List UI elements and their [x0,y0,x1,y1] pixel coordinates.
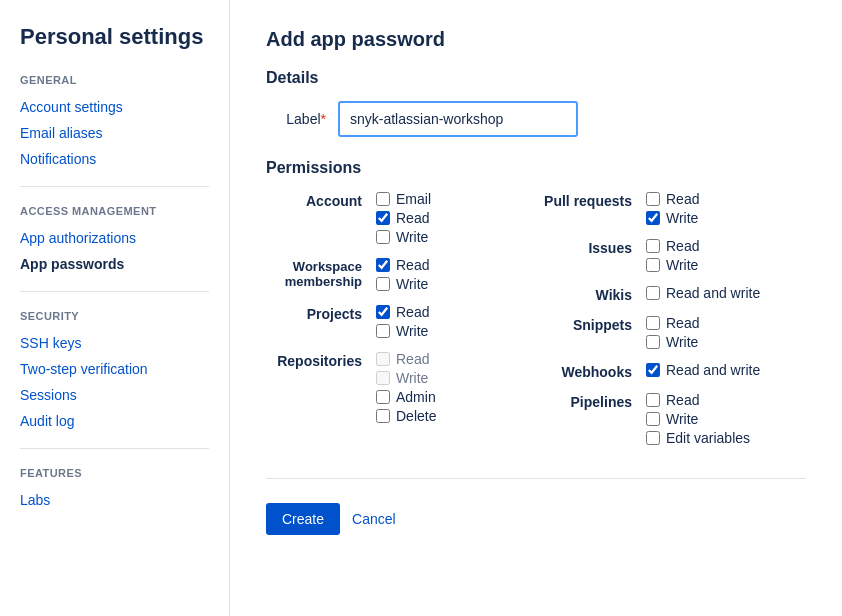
perm-item[interactable]: Read and write [646,362,760,378]
perm-item[interactable]: Delete [376,408,436,424]
checkbox-repos-admin[interactable] [376,390,390,404]
checkbox-pipelines-read[interactable] [646,393,660,407]
checkbox-pr-read[interactable] [646,192,660,206]
checkbox-projects-write[interactable] [376,324,390,338]
sidebar-item-sessions[interactable]: Sessions [20,382,209,408]
access-section-label: ACCESS MANAGEMENT [20,205,209,217]
sidebar-item-two-step[interactable]: Two-step verification [20,356,209,382]
sidebar-item-app-passwords[interactable]: App passwords [20,251,209,277]
perm-item[interactable]: Read [376,304,429,320]
required-indicator: * [321,111,326,127]
perm-workspace-items: Read Write [376,257,429,292]
perm-account-label: Account [266,191,376,209]
perm-item[interactable]: Write [646,210,699,226]
perm-wikis-items: Read and write [646,285,760,301]
perm-item[interactable]: Write [646,257,699,273]
perm-projects-block: Projects Read Write [266,304,536,339]
cancel-button[interactable]: Cancel [352,503,396,535]
perm-webhooks-block: Webhooks Read and write [536,362,806,380]
checkbox-repos-write[interactable] [376,371,390,385]
perm-item[interactable]: Write [646,411,750,427]
perm-item[interactable]: Read [646,392,750,408]
perm-workspace-block: Workspacemembership Read Write [266,257,536,292]
perm-account-block: Account Email Read Write [266,191,536,245]
perm-snippets-items: Read Write [646,315,699,350]
actions-row: Create Cancel [266,503,806,535]
perm-item[interactable]: Read and write [646,285,760,301]
perm-item[interactable]: Write [376,276,429,292]
perm-item[interactable]: Write [646,334,699,350]
perm-repositories-block: Repositories Read Write Admin Delete [266,351,536,424]
perm-item[interactable]: Write [376,370,436,386]
perm-item[interactable]: Email [376,191,431,207]
perm-workspace-label: Workspacemembership [266,257,376,289]
checkbox-workspace-write[interactable] [376,277,390,291]
perm-wikis-label: Wikis [536,285,646,303]
perm-pipelines-items: Read Write Edit variables [646,392,750,446]
sidebar-item-email-aliases[interactable]: Email aliases [20,120,209,146]
perm-repositories-items: Read Write Admin Delete [376,351,436,424]
perm-projects-label: Projects [266,304,376,322]
perm-repositories-label: Repositories [266,351,376,369]
perm-webhooks-items: Read and write [646,362,760,378]
perm-projects-items: Read Write [376,304,429,339]
sidebar: Personal settings GENERAL Account settin… [0,0,230,616]
checkbox-repos-delete[interactable] [376,409,390,423]
perm-item[interactable]: Edit variables [646,430,750,446]
checkbox-workspace-read[interactable] [376,258,390,272]
label-field-row: Label* [266,101,806,137]
perm-right-col: Pull requests Read Write Issues [536,191,806,458]
sidebar-divider-1 [20,186,209,187]
checkbox-pipelines-write[interactable] [646,412,660,426]
perm-item[interactable]: Read [376,351,436,367]
checkbox-issues-write[interactable] [646,258,660,272]
checkbox-account-read[interactable] [376,211,390,225]
perm-item[interactable]: Read [376,210,431,226]
checkbox-issues-read[interactable] [646,239,660,253]
checkbox-pr-write[interactable] [646,211,660,225]
perm-snippets-block: Snippets Read Write [536,315,806,350]
permissions-title: Permissions [266,159,806,177]
perm-account-items: Email Read Write [376,191,431,245]
checkbox-snippets-write[interactable] [646,335,660,349]
checkbox-snippets-read[interactable] [646,316,660,330]
sidebar-item-account-settings[interactable]: Account settings [20,94,209,120]
perm-item[interactable]: Read [376,257,429,273]
perm-snippets-label: Snippets [536,315,646,333]
page-title: Personal settings [20,24,209,50]
perm-item[interactable]: Read [646,315,699,331]
sidebar-item-labs[interactable]: Labs [20,487,209,513]
perm-wikis-block: Wikis Read and write [536,285,806,303]
checkbox-wikis-readwrite[interactable] [646,286,660,300]
perm-item[interactable]: Admin [376,389,436,405]
checkbox-pipelines-editvars[interactable] [646,431,660,445]
perm-pullrequests-label: Pull requests [536,191,646,209]
sidebar-divider-3 [20,448,209,449]
sidebar-item-app-authorizations[interactable]: App authorizations [20,225,209,251]
sidebar-item-ssh-keys[interactable]: SSH keys [20,330,209,356]
checkbox-repos-read[interactable] [376,352,390,366]
perm-issues-label: Issues [536,238,646,256]
checkbox-webhooks-readwrite[interactable] [646,363,660,377]
perm-left-col: Account Email Read Write [266,191,536,458]
perm-item[interactable]: Write [376,323,429,339]
checkbox-projects-read[interactable] [376,305,390,319]
checkbox-account-write[interactable] [376,230,390,244]
create-button[interactable]: Create [266,503,340,535]
perm-webhooks-label: Webhooks [536,362,646,380]
main-content: Add app password Details Label* Permissi… [230,0,842,616]
perm-pipelines-block: Pipelines Read Write Edit variables [536,392,806,446]
main-title: Add app password [266,28,806,51]
perm-item[interactable]: Write [376,229,431,245]
label-input[interactable] [338,101,578,137]
sidebar-item-audit-log[interactable]: Audit log [20,408,209,434]
perm-issues-block: Issues Read Write [536,238,806,273]
features-section-label: FEATURES [20,467,209,479]
perm-item[interactable]: Read [646,238,699,254]
perm-issues-items: Read Write [646,238,699,273]
security-section-label: SECURITY [20,310,209,322]
checkbox-account-email[interactable] [376,192,390,206]
sidebar-item-notifications[interactable]: Notifications [20,146,209,172]
permissions-grid: Account Email Read Write [266,191,806,458]
perm-item[interactable]: Read [646,191,699,207]
